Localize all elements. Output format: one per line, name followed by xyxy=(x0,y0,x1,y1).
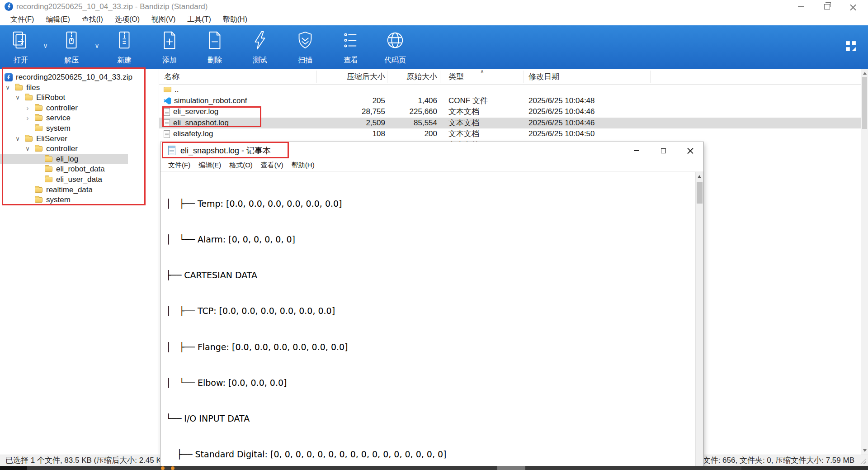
view-list-icon xyxy=(340,30,361,51)
taskbar-button[interactable] xyxy=(497,466,525,470)
codepage-button[interactable]: 代码页 xyxy=(374,28,416,68)
status-archive-info: 文件: 656, 文件夹: 0, 压缩文件大小: 7.59 MB xyxy=(703,455,854,466)
add-file-icon xyxy=(159,30,180,51)
scan-button[interactable]: 扫描 xyxy=(284,28,326,68)
scan-label: 扫描 xyxy=(298,56,312,65)
bandizip-titlebar: recording20250625_10_04_33.zip - Bandizi… xyxy=(0,0,868,14)
column-header-compressed[interactable]: 压缩后大小 xyxy=(320,69,385,84)
add-button[interactable]: 添加 xyxy=(149,28,190,68)
minimize-button[interactable] xyxy=(788,0,814,14)
extract-icon xyxy=(61,30,82,51)
file-row-up[interactable]: .. xyxy=(159,84,861,95)
vscode-file-icon xyxy=(164,97,171,104)
annotation-box-notepad-title xyxy=(162,142,289,158)
open-label: 打开 xyxy=(14,56,28,65)
extract-dropdown-chevron[interactable]: ∨ xyxy=(94,42,99,50)
menu-tools[interactable]: 工具(T) xyxy=(181,15,217,24)
notepad-maximize-button[interactable] xyxy=(652,142,675,159)
scroll-up-icon[interactable] xyxy=(698,175,701,178)
file-row-elisafety-log[interactable]: elisafety.log 108 200 文本文档 2025/6/25 10:… xyxy=(159,128,861,140)
notepad-close-button[interactable] xyxy=(679,142,701,159)
window-title: recording20250625_10_04_33.zip - Bandizi… xyxy=(16,0,208,14)
column-header-name[interactable]: 名称 xyxy=(164,69,179,84)
file-row-simulation-robot-conf[interactable]: simulation_robot.conf 205 1,406 CONF 文件 … xyxy=(159,95,861,107)
file-name: simulation_robot.conf xyxy=(174,95,247,107)
bandizip-app-icon xyxy=(5,2,13,11)
codepage-globe-icon xyxy=(385,30,406,51)
notepad-scrollbar[interactable] xyxy=(695,172,703,470)
log-line: └── I/O INPUT DATA xyxy=(166,413,695,424)
scrollbar-thumb[interactable] xyxy=(862,77,867,129)
close-icon xyxy=(687,147,693,154)
menu-find[interactable]: 查找(I) xyxy=(76,15,109,24)
header-separator xyxy=(524,71,524,83)
log-line: │ ├── Flange: [0.0, 0.0, 0.0, 0.0, 0.0, … xyxy=(166,341,695,353)
restore-icon xyxy=(824,4,830,9)
layout-grid-icon[interactable] xyxy=(845,41,856,52)
column-header-type[interactable]: 类型 xyxy=(448,69,464,84)
file-row-eli-snapshot-log-selected[interactable]: eli_snapshot.log 2,509 85,554 文本文档 2025/… xyxy=(159,118,861,129)
taskbar-left-segment xyxy=(0,466,27,470)
codepage-label: 代码页 xyxy=(384,56,406,65)
notepad-menu-view[interactable]: 查看(V) xyxy=(257,161,288,170)
windows-taskbar[interactable] xyxy=(0,466,868,470)
menu-view[interactable]: 视图(V) xyxy=(146,15,181,24)
column-header-modified[interactable]: 修改日期 xyxy=(528,69,559,84)
file-name: .. xyxy=(175,84,179,95)
file-compressed-size: 2,509 xyxy=(320,118,385,129)
notepad-menu-edit[interactable]: 编辑(E) xyxy=(194,161,225,170)
scroll-down-icon[interactable] xyxy=(863,449,867,452)
column-header-original[interactable]: 原始大小 xyxy=(390,69,437,84)
file-compressed-size: 108 xyxy=(320,128,385,140)
file-type: CONF 文件 xyxy=(448,95,488,107)
file-list-scrollbar[interactable] xyxy=(861,69,868,455)
header-separator xyxy=(650,71,651,83)
view-label: 查看 xyxy=(344,56,358,65)
notepad-menu-help[interactable]: 帮助(H) xyxy=(288,161,319,170)
notepad-menubar: 文件(F) 编辑(E) 格式(O) 查看(V) 帮助(H) xyxy=(160,159,703,172)
taskbar-right-segment xyxy=(741,466,868,470)
file-row-eli-server-log[interactable]: eli_server.log 28,755 225,660 文本文档 2025/… xyxy=(159,106,861,118)
text-document-icon xyxy=(164,130,170,138)
log-line: │ ├── TCP: [0.0, 0.0, 0.0, 0.0, 0.0, 0.0… xyxy=(166,305,695,317)
new-archive-icon xyxy=(114,30,135,51)
new-archive-button[interactable]: 新建 xyxy=(104,28,145,68)
log-line: │ └── Elbow: [0.0, 0.0, 0.0] xyxy=(166,377,695,389)
delete-button[interactable]: 删除 xyxy=(194,28,236,68)
bandizip-toolbar: 打开 ∨ 解压 ∨ 新建 添加 删除 测试 扫描 查看 xyxy=(0,25,868,69)
file-original-size: 200 xyxy=(390,128,437,140)
menu-help[interactable]: 帮助(H) xyxy=(217,15,253,24)
scroll-up-icon[interactable] xyxy=(863,72,867,75)
extract-button[interactable]: 解压 xyxy=(51,28,92,68)
extract-label: 解压 xyxy=(64,56,79,65)
test-label: 测试 xyxy=(253,56,267,65)
menu-options[interactable]: 选项(O) xyxy=(109,15,146,24)
file-original-size: 1,406 xyxy=(390,95,437,107)
delete-label: 删除 xyxy=(208,56,222,65)
restore-button[interactable] xyxy=(814,0,840,14)
log-line: ├── CARTESIAN DATA xyxy=(166,269,695,281)
open-dropdown-chevron[interactable]: ∨ xyxy=(43,42,48,50)
file-compressed-size: 28,755 xyxy=(320,106,385,118)
minimize-icon xyxy=(634,150,639,151)
notepad-menu-file[interactable]: 文件(F) xyxy=(164,161,194,170)
resize-grip[interactable] xyxy=(860,458,866,464)
delete-file-icon xyxy=(204,30,225,51)
scrollbar-thumb[interactable] xyxy=(697,182,703,204)
header-separator xyxy=(387,71,387,83)
close-button[interactable] xyxy=(840,0,866,14)
notepad-text-area[interactable]: │ ├── Temp: [0.0, 0.0, 0.0, 0.0, 0.0, 0.… xyxy=(160,172,695,470)
test-button[interactable]: 测试 xyxy=(239,28,281,68)
header-separator xyxy=(440,71,440,83)
menu-file[interactable]: 文件(F) xyxy=(5,15,40,24)
add-label: 添加 xyxy=(162,56,177,65)
open-button[interactable]: 打开 xyxy=(0,28,42,68)
taskbar-app-icon[interactable] xyxy=(161,466,165,470)
file-original-size: 85,554 xyxy=(390,118,437,129)
file-type: 文本文档 xyxy=(448,106,479,118)
view-button[interactable]: 查看 xyxy=(330,28,372,68)
taskbar-app-icon[interactable] xyxy=(171,466,175,470)
notepad-minimize-button[interactable] xyxy=(625,142,648,159)
notepad-menu-format[interactable]: 格式(O) xyxy=(225,161,257,170)
menu-edit[interactable]: 编辑(E) xyxy=(40,15,75,24)
